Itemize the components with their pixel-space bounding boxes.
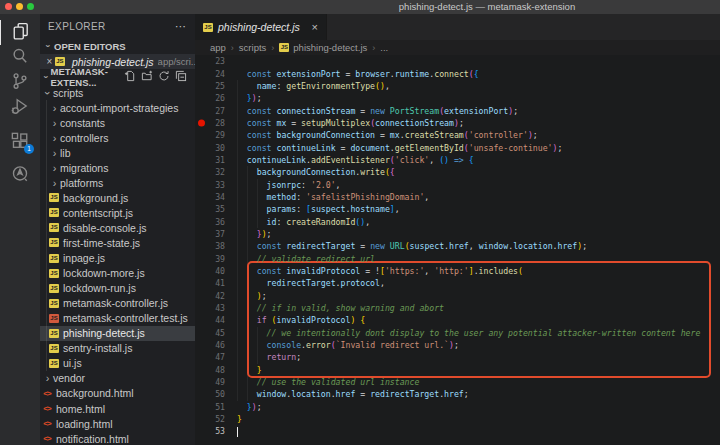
close-window-button[interactable]: [5, 3, 12, 10]
line-number[interactable]: 47: [195, 352, 232, 362]
breadcrumb-app[interactable]: app: [210, 42, 226, 53]
line-number[interactable]: 45: [195, 328, 232, 338]
tree-item-scripts[interactable]: ›scripts: [40, 85, 195, 100]
code-line[interactable]: 50 window.location.href = redirectTarget…: [195, 388, 720, 400]
code-line[interactable]: 28 const mx = setupMultiplex(connectionS…: [195, 117, 720, 129]
code-line[interactable]: 42 );: [195, 290, 720, 302]
line-number[interactable]: 44: [195, 315, 232, 325]
code-line[interactable]: 46 console.error(`Invalid redirect url.`…: [195, 339, 720, 351]
tree-item-account-import-strategies[interactable]: ›account-import-strategies: [40, 100, 195, 115]
code-line[interactable]: 38 const redirectTarget = new URL(suspec…: [195, 240, 720, 252]
circle-extension-activity-button[interactable]: [0, 163, 40, 188]
code-line[interactable]: 36 id: createRandomId(),: [195, 215, 720, 227]
line-number[interactable]: 49: [195, 377, 232, 387]
collapse-all-icon[interactable]: [175, 70, 187, 84]
code-line[interactable]: 33 jsonrpc: '2.0',: [195, 178, 720, 190]
tree-item-metamask-controller.test.js[interactable]: JSmetamask-controller.test.js: [40, 311, 195, 326]
tree-item-background.html[interactable]: <>background.html: [40, 386, 195, 401]
close-tab-icon[interactable]: ×: [312, 21, 318, 33]
code-line[interactable]: 51 });: [195, 401, 720, 413]
code-line[interactable]: 37 });: [195, 228, 720, 240]
line-number[interactable]: 50: [195, 389, 232, 399]
explorer-activity-button[interactable]: [0, 20, 40, 45]
search-activity-button[interactable]: [0, 45, 40, 70]
new-file-icon[interactable]: [124, 70, 136, 84]
tree-item-migrations[interactable]: ›migrations: [40, 160, 195, 175]
line-number[interactable]: 26: [195, 93, 232, 103]
breadcrumb-symbol[interactable]: ...: [380, 42, 388, 53]
breadcrumb-file[interactable]: phishing-detect.js: [293, 42, 367, 53]
breadcrumb-scripts[interactable]: scripts: [239, 42, 266, 53]
code-line[interactable]: 44 if (invalidProtocol) {: [195, 314, 720, 326]
line-number[interactable]: 42: [195, 291, 232, 301]
code-line[interactable]: 49 // use the validated url instance: [195, 376, 720, 388]
code-line[interactable]: 41 redirectTarget.protocol,: [195, 277, 720, 289]
code-line[interactable]: 23: [195, 55, 720, 67]
code-line[interactable]: 53: [195, 425, 720, 437]
tree-item-lockdown-more.js[interactable]: JSlockdown-more.js: [40, 266, 195, 281]
zoom-window-button[interactable]: [27, 3, 34, 10]
line-number[interactable]: 29: [195, 130, 232, 140]
tree-item-constants[interactable]: ›constants: [40, 115, 195, 130]
line-number[interactable]: 38: [195, 241, 232, 251]
code-line[interactable]: 26 });: [195, 92, 720, 104]
line-number[interactable]: 39: [195, 254, 232, 264]
tree-item-metamask-controller.js[interactable]: JSmetamask-controller.js: [40, 296, 195, 311]
line-number[interactable]: 48: [195, 365, 232, 375]
code-editor[interactable]: 2324 const extensionPort = browser.runti…: [195, 55, 720, 445]
tree-item-lib[interactable]: ›lib: [40, 145, 195, 160]
run-debug-activity-button[interactable]: [0, 95, 40, 120]
refresh-icon[interactable]: [158, 70, 170, 84]
tree-item-background.js[interactable]: JSbackground.js: [40, 190, 195, 205]
tree-item-lockdown-run.js[interactable]: JSlockdown-run.js: [40, 281, 195, 296]
line-number[interactable]: 36: [195, 217, 232, 227]
code-line[interactable]: 45 // we intentionally dont display to t…: [195, 327, 720, 339]
code-line[interactable]: 47 return;: [195, 351, 720, 363]
tree-item-sentry-install.js[interactable]: JSsentry-install.js: [40, 341, 195, 356]
tree-item-disable-console.js[interactable]: JSdisable-console.js: [40, 220, 195, 235]
explorer-more-actions-icon[interactable]: ⋯: [175, 20, 187, 33]
line-number[interactable]: 28: [195, 118, 232, 128]
tree-item-platforms[interactable]: ›platforms: [40, 175, 195, 190]
line-number[interactable]: 52: [195, 414, 232, 424]
code-line[interactable]: 48 }: [195, 364, 720, 376]
line-number[interactable]: 37: [195, 229, 232, 239]
tab-phishing-detect[interactable]: JS phishing-detect.js ×: [195, 14, 327, 40]
code-line[interactable]: 43 // if in valid, show warning and abor…: [195, 302, 720, 314]
new-folder-icon[interactable]: [141, 70, 153, 84]
tree-item-ui.js[interactable]: JSui.js: [40, 356, 195, 371]
line-number[interactable]: 34: [195, 192, 232, 202]
project-section-header[interactable]: › METAMASK-EXTENS...: [40, 69, 195, 85]
tree-item-loading.html[interactable]: <>loading.html: [40, 416, 195, 431]
line-number[interactable]: 46: [195, 340, 232, 350]
line-number[interactable]: 35: [195, 204, 232, 214]
code-line[interactable]: 39 // validate redirect url: [195, 253, 720, 265]
tree-item-controllers[interactable]: ›controllers: [40, 130, 195, 145]
open-editors-section-header[interactable]: › OPEN EDITORS: [40, 38, 195, 54]
tree-item-first-time-state.js[interactable]: JSfirst-time-state.js: [40, 235, 195, 250]
tree-item-notification.html[interactable]: <>notification.html: [40, 431, 195, 445]
line-number[interactable]: 25: [195, 81, 232, 91]
code-line[interactable]: 29 const backgroundConnection = mx.creat…: [195, 129, 720, 141]
code-line[interactable]: 25 name: getEnvironmentType(),: [195, 80, 720, 92]
tree-item-phishing-detect.js[interactable]: JSphishing-detect.js: [40, 326, 195, 341]
extensions-activity-button[interactable]: 1: [0, 130, 40, 155]
line-number[interactable]: 40: [195, 266, 232, 276]
tree-item-vendor[interactable]: ›vendor: [40, 371, 195, 386]
tree-item-contentscript.js[interactable]: JScontentscript.js: [40, 205, 195, 220]
tree-item-inpage.js[interactable]: JSinpage.js: [40, 251, 195, 266]
line-number[interactable]: 27: [195, 106, 232, 116]
line-number[interactable]: 33: [195, 180, 232, 190]
line-number[interactable]: 32: [195, 167, 232, 177]
line-number[interactable]: 43: [195, 303, 232, 313]
line-number[interactable]: 53: [195, 426, 232, 436]
line-number[interactable]: 23: [195, 56, 232, 66]
code-line[interactable]: 52}: [195, 413, 720, 425]
code-line[interactable]: 27 const connectionStream = new PortStre…: [195, 104, 720, 116]
line-number[interactable]: 51: [195, 402, 232, 412]
tree-item-home.html[interactable]: <>home.html: [40, 401, 195, 416]
code-line[interactable]: 32 backgroundConnection.write({: [195, 166, 720, 178]
source-control-activity-button[interactable]: [0, 70, 40, 95]
line-number[interactable]: 30: [195, 143, 232, 153]
minimize-window-button[interactable]: [16, 3, 23, 10]
